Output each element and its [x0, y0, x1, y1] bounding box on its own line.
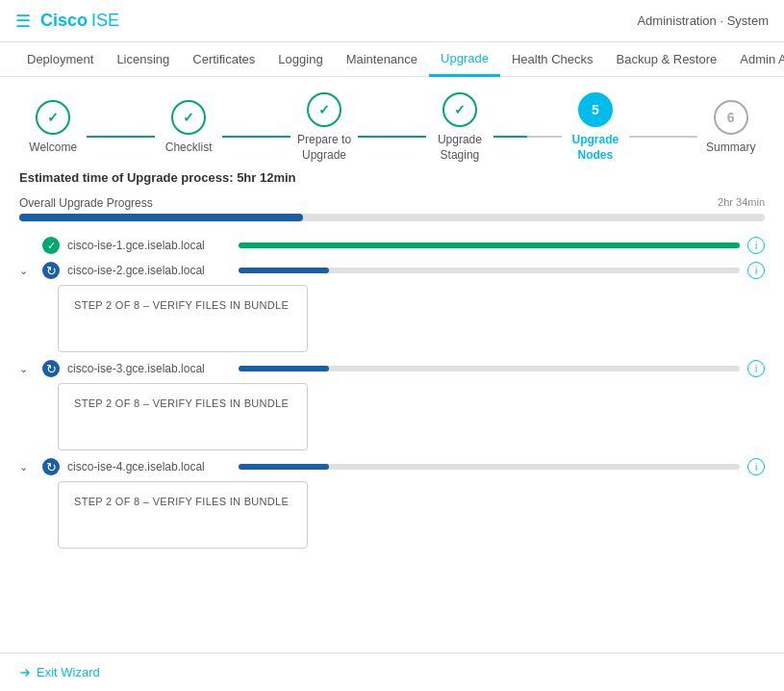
node-3-step-detail: STEP 2 OF 8 – VERIFY FILES IN BUNDLE — [58, 383, 308, 450]
connector-3 — [358, 136, 425, 138]
node-2-step-detail: STEP 2 OF 8 – VERIFY FILES IN BUNDLE — [58, 285, 308, 352]
step-circle-prepare: ✓ — [307, 92, 341, 127]
node-section-1: › ✓ cisco-ise-1.gce.iselab.local i — [19, 237, 765, 254]
node-4-label: cisco-ise-4.gce.iselab.local — [67, 460, 231, 473]
nav-backup-restore[interactable]: Backup & Restore — [605, 42, 729, 77]
step-circle-summary: 6 — [714, 100, 748, 135]
node-4-step-detail: STEP 2 OF 8 – VERIFY FILES IN BUNDLE — [58, 481, 308, 549]
exit-icon — [19, 666, 33, 679]
node-1-label: cisco-ise-1.gce.iselab.local — [67, 239, 231, 252]
ise-brand: ISE — [91, 11, 119, 31]
step-label-welcome: Welcome — [29, 141, 77, 156]
node-2-progress-fill — [239, 268, 329, 273]
node-3-expand[interactable]: ⌄ — [19, 363, 35, 375]
nav-certificates[interactable]: Certificates — [181, 42, 266, 77]
node-section-4: ⌄ ↻ cisco-ise-4.gce.iselab.local i STEP … — [19, 458, 765, 549]
step-label-prepare: Prepare to Upgrade — [291, 133, 358, 163]
connector-2 — [222, 136, 290, 138]
cisco-brand: Cisco — [40, 11, 88, 31]
node-3-status-icon: ↻ — [42, 360, 60, 377]
node-3-label: cisco-ise-3.gce.iselab.local — [67, 362, 231, 375]
overall-progress-section: Overall Upgrade Progress 2hr 34min — [19, 196, 765, 221]
step-circle-staging: ✓ — [443, 92, 477, 127]
node-2-status-icon: ↻ — [42, 262, 60, 279]
node-2-label: cisco-ise-2.gce.iselab.local — [67, 264, 231, 277]
node-2-info-icon[interactable]: i — [747, 262, 765, 279]
nav-health-checks[interactable]: Health Checks — [500, 42, 605, 77]
step-nodes: 5 Upgrade Nodes — [562, 92, 629, 163]
node-2-progress-container — [239, 268, 740, 273]
connector-4 — [493, 136, 561, 138]
node-2-expand[interactable]: ⌄ — [19, 265, 35, 277]
main-content: ✓ Welcome ✓ Checklist ✓ Prepare to Upgra… — [0, 77, 784, 572]
overall-progress-bar: 2hr 34min — [19, 214, 765, 221]
footer: Exit Wizard — [0, 653, 784, 691]
step-staging: ✓ Upgrade Staging — [426, 92, 493, 163]
node-1-progress-container — [239, 243, 740, 248]
step-label-nodes: Upgrade Nodes — [562, 133, 629, 163]
hamburger-icon[interactable]: ☰ — [15, 11, 31, 32]
node-4-status-icon: ↻ — [42, 458, 60, 475]
step-circle-checklist: ✓ — [171, 100, 206, 135]
step-label-summary: Summary — [706, 141, 755, 156]
exit-wizard-button[interactable]: Exit Wizard — [19, 665, 100, 679]
node-2-step-text: STEP 2 OF 8 – VERIFY FILES IN BUNDLE — [74, 299, 289, 311]
exit-wizard-label: Exit Wizard — [37, 665, 100, 679]
overall-progress-fill — [19, 214, 303, 221]
step-circle-welcome: ✓ — [36, 100, 70, 135]
navbar: Deployment Licensing Certificates Loggin… — [0, 42, 784, 77]
node-4-progress-fill — [239, 464, 329, 470]
nav-upgrade[interactable]: Upgrade — [429, 42, 500, 77]
estimated-time-label: Estimated time of Upgrade process: — [19, 170, 237, 185]
node-1-status-icon: ✓ — [42, 237, 60, 254]
node-4-expand[interactable]: ⌄ — [19, 461, 35, 473]
step-prepare: ✓ Prepare to Upgrade — [291, 92, 358, 163]
cisco-logo: Cisco ISE — [40, 11, 119, 31]
admin-label: Administration · System — [637, 13, 769, 28]
step-summary: 6 Summary — [697, 100, 765, 156]
nav-maintenance[interactable]: Maintenance — [335, 42, 429, 77]
node-4-step-text: STEP 2 OF 8 – VERIFY FILES IN BUNDLE — [74, 496, 289, 507]
node-section-3: ⌄ ↻ cisco-ise-3.gce.iselab.local i STEP … — [19, 360, 765, 450]
node-3-info-icon[interactable]: i — [747, 360, 765, 377]
nav-admin-access[interactable]: Admin Access — [728, 42, 784, 77]
step-welcome: ✓ Welcome — [19, 100, 87, 156]
nav-logging[interactable]: Logging — [266, 42, 334, 77]
node-1-info-icon[interactable]: i — [747, 237, 765, 254]
step-label-checklist: Checklist — [165, 141, 213, 156]
node-4-progress-container — [239, 464, 740, 470]
node-3-progress-container — [239, 366, 740, 371]
step-circle-nodes: 5 — [578, 92, 613, 127]
estimated-time: Estimated time of Upgrade process: 5hr 1… — [19, 170, 765, 185]
nav-deployment[interactable]: Deployment — [15, 42, 105, 77]
node-4-info-icon[interactable]: i — [747, 458, 765, 475]
node-section-2: ⌄ ↻ cisco-ise-2.gce.iselab.local i STEP … — [19, 262, 765, 352]
node-row-3: ⌄ ↻ cisco-ise-3.gce.iselab.local i — [19, 360, 765, 377]
step-checklist: ✓ Checklist — [155, 100, 222, 156]
node-3-progress-fill — [239, 366, 329, 371]
connector-1 — [87, 136, 154, 138]
overall-progress-label: Overall Upgrade Progress — [19, 196, 765, 210]
node-row-1: › ✓ cisco-ise-1.gce.iselab.local i — [19, 237, 765, 254]
topbar: ☰ Cisco ISE Administration · System — [0, 0, 784, 42]
topbar-left: ☰ Cisco ISE — [15, 11, 119, 32]
progress-time-remaining: 2hr 34min — [718, 196, 765, 208]
connector-5 — [629, 136, 696, 138]
node-row-4: ⌄ ↻ cisco-ise-4.gce.iselab.local i — [19, 458, 765, 475]
nav-licensing[interactable]: Licensing — [105, 42, 181, 77]
estimated-time-value: 5hr 12min — [237, 170, 295, 185]
node-1-progress-fill — [239, 243, 740, 248]
node-row-2: ⌄ ↻ cisco-ise-2.gce.iselab.local i — [19, 262, 765, 279]
wizard-steps: ✓ Welcome ✓ Checklist ✓ Prepare to Upgra… — [19, 92, 765, 163]
step-label-staging: Upgrade Staging — [426, 133, 493, 163]
node-3-step-text: STEP 2 OF 8 – VERIFY FILES IN BUNDLE — [74, 397, 289, 409]
